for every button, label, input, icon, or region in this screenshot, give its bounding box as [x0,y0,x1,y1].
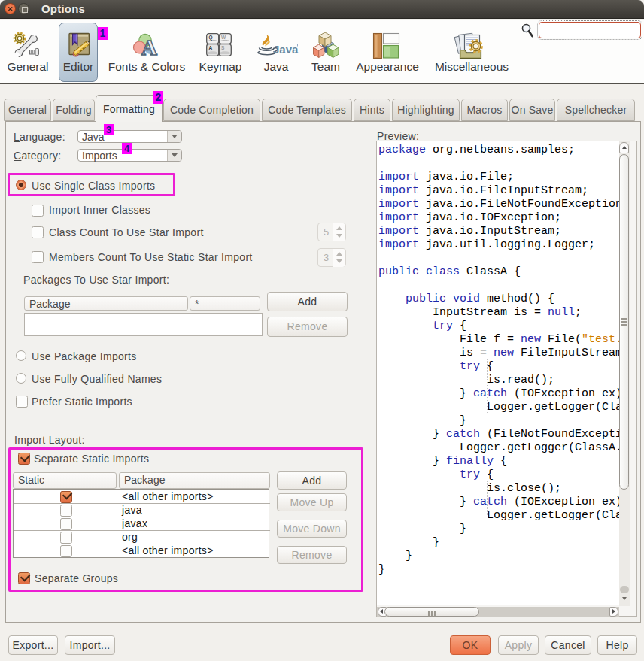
svg-text:Java: Java [273,43,299,56]
svg-text:A: A [208,45,212,50]
svg-text:S: S [221,45,225,50]
svg-text:Q: Q [208,35,212,41]
svg-text:A: A [141,35,158,59]
svg-text:W: W [221,35,226,40]
